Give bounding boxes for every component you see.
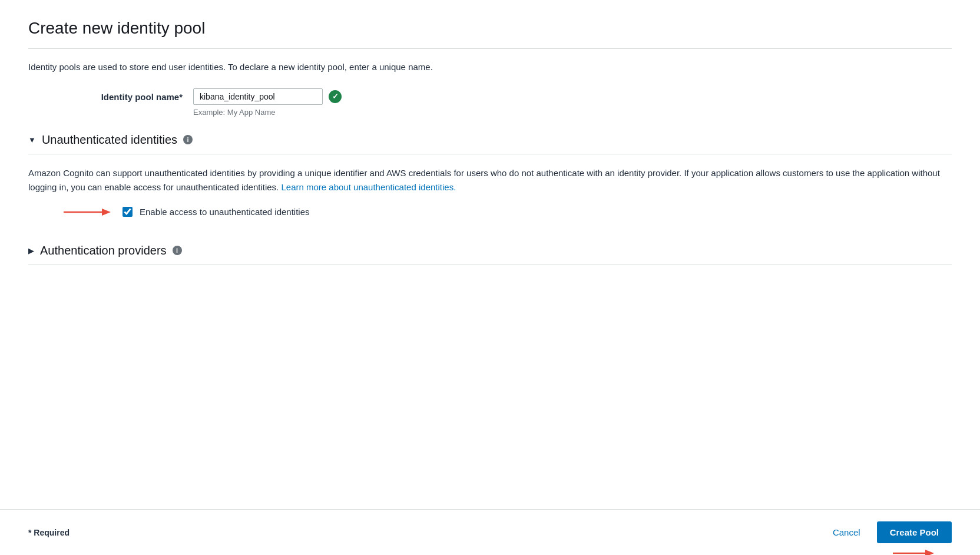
required-note: * Required bbox=[28, 528, 69, 537]
page-title: Create new identity pool bbox=[28, 19, 952, 38]
auth-providers-divider bbox=[28, 265, 952, 265]
identity-pool-name-input[interactable] bbox=[193, 88, 323, 105]
create-pool-button[interactable]: Create Pool bbox=[877, 521, 952, 543]
unauthenticated-divider bbox=[28, 154, 952, 154]
red-arrow-svg bbox=[64, 206, 111, 218]
auth-providers-header: ▶ Authentication providers i bbox=[28, 244, 952, 257]
footer-buttons: Cancel Create Pool bbox=[826, 521, 952, 543]
create-pool-wrapper: Create Pool bbox=[877, 521, 952, 543]
identity-pool-name-label: Identity pool name* bbox=[75, 88, 193, 102]
input-row: ✓ bbox=[193, 88, 342, 105]
unauthenticated-section-title: Unauthenticated identities bbox=[42, 133, 177, 147]
example-text: Example: My App Name bbox=[193, 108, 342, 117]
unauthenticated-checkbox[interactable] bbox=[122, 207, 133, 217]
auth-providers-info-icon[interactable]: i bbox=[173, 246, 182, 255]
unauthenticated-checkbox-label: Enable access to unauthenticated identit… bbox=[140, 207, 310, 217]
checkbox-arrow-indicator bbox=[64, 206, 111, 218]
unauthenticated-toggle[interactable]: ▼ bbox=[28, 136, 36, 144]
learn-more-link[interactable]: Learn more about unauthenticated identit… bbox=[281, 182, 456, 192]
auth-providers-title: Authentication providers bbox=[40, 244, 167, 257]
valid-check-icon: ✓ bbox=[329, 90, 342, 103]
svg-marker-3 bbox=[925, 550, 934, 555]
unauthenticated-section-header: ▼ Unauthenticated identities i bbox=[28, 133, 952, 147]
authentication-providers-section: ▶ Authentication providers i bbox=[28, 244, 952, 277]
page-description: Identity pools are used to store end use… bbox=[28, 61, 952, 74]
title-divider bbox=[28, 48, 952, 49]
unauthenticated-checkbox-row: Enable access to unauthenticated identit… bbox=[64, 206, 952, 218]
page-container: Create new identity pool Identity pools … bbox=[0, 0, 980, 509]
unauthenticated-body: Amazon Cognito can support unauthenticat… bbox=[28, 166, 952, 194]
identity-pool-name-field-group: ✓ Example: My App Name bbox=[193, 88, 342, 117]
footer-arrow-svg bbox=[893, 547, 934, 555]
create-pool-arrow bbox=[893, 547, 934, 555]
auth-providers-toggle[interactable]: ▶ bbox=[28, 246, 34, 255]
cancel-button[interactable]: Cancel bbox=[826, 523, 868, 542]
identity-pool-name-row: Identity pool name* ✓ Example: My App Na… bbox=[75, 88, 952, 117]
footer: * Required Cancel Create Pool bbox=[0, 509, 980, 555]
svg-marker-1 bbox=[102, 209, 111, 216]
unauthenticated-info-icon[interactable]: i bbox=[183, 135, 193, 144]
unauthenticated-section: ▼ Unauthenticated identities i Amazon Co… bbox=[28, 133, 952, 232]
